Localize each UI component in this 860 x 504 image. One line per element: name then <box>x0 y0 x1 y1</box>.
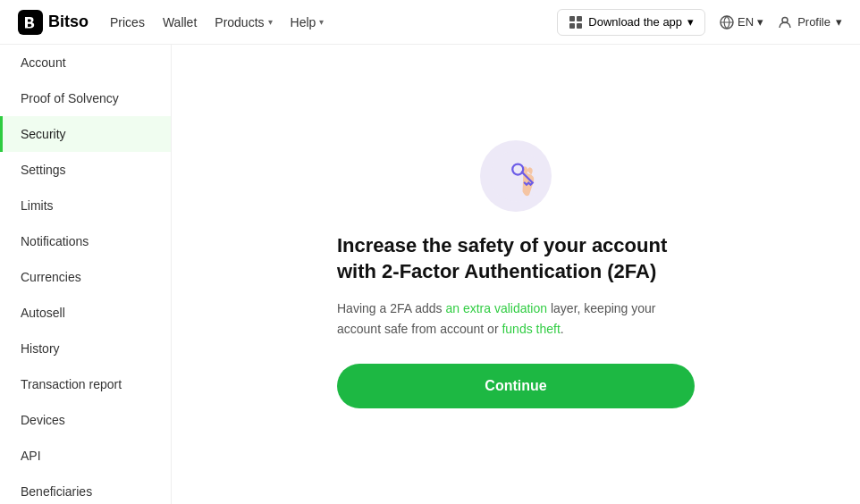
logo-icon <box>18 10 43 35</box>
security-description: Having a 2FA adds an extra validation la… <box>337 298 695 339</box>
logo[interactable]: Bitso <box>18 10 89 35</box>
header: Bitso Prices Wallet Products ▾ Help ▾ Do… <box>0 0 860 45</box>
sidebar-item-autosell[interactable]: Autosell <box>0 295 171 331</box>
svg-rect-2 <box>577 16 582 21</box>
nav-products[interactable]: Products ▾ <box>215 15 272 29</box>
security-svg <box>489 149 543 203</box>
sidebar-item-notifications[interactable]: Notifications <box>0 223 171 259</box>
nav-prices[interactable]: Prices <box>110 15 145 29</box>
sidebar-item-currencies[interactable]: Currencies <box>0 259 171 295</box>
profile-icon <box>778 15 792 29</box>
download-app-button[interactable]: Download the app ▾ <box>557 9 705 36</box>
sidebar-item-limits[interactable]: Limits <box>0 188 171 223</box>
layout: Account Proof of Solvency Security Setti… <box>0 45 860 504</box>
main-content: Increase the safety of your account with… <box>172 45 860 504</box>
sidebar-item-proof-of-solvency[interactable]: Proof of Solvency <box>0 80 171 116</box>
download-chevron-icon: ▾ <box>687 15 694 29</box>
language-chevron-icon: ▾ <box>757 15 763 29</box>
security-illustration <box>480 140 552 212</box>
nav-help[interactable]: Help ▾ <box>291 15 325 29</box>
sidebar-item-settings[interactable]: Settings <box>0 152 171 188</box>
svg-point-7 <box>491 151 542 202</box>
globe-icon <box>720 15 734 29</box>
extra-validation-link[interactable]: an extra validation <box>445 301 547 315</box>
svg-rect-3 <box>569 23 575 29</box>
main-nav: Prices Wallet Products ▾ Help ▾ <box>110 15 535 29</box>
products-chevron-icon: ▾ <box>268 17 273 27</box>
sidebar-item-history[interactable]: History <box>0 331 171 366</box>
header-right: Download the app ▾ EN ▾ Profile ▾ <box>557 9 842 36</box>
sidebar-item-security[interactable]: Security <box>0 116 171 152</box>
sidebar-item-account[interactable]: Account <box>0 45 171 80</box>
svg-rect-4 <box>577 23 582 29</box>
language-selector[interactable]: EN ▾ <box>720 15 763 29</box>
sidebar-item-api[interactable]: API <box>0 438 171 474</box>
sidebar: Account Proof of Solvency Security Setti… <box>0 45 172 504</box>
svg-rect-1 <box>569 16 575 21</box>
sidebar-item-beneficiaries[interactable]: Beneficiaries <box>0 474 171 504</box>
profile-chevron-icon: ▾ <box>836 15 842 29</box>
security-2fa-card: Increase the safety of your account with… <box>337 140 695 408</box>
funds-theft-link[interactable]: funds theft <box>502 322 560 336</box>
profile-button[interactable]: Profile ▾ <box>778 15 842 29</box>
security-title: Increase the safety of your account with… <box>337 233 695 284</box>
sidebar-item-devices[interactable]: Devices <box>0 402 171 438</box>
nav-wallet[interactable]: Wallet <box>163 15 197 29</box>
help-chevron-icon: ▾ <box>319 17 324 27</box>
continue-button[interactable]: Continue <box>337 364 695 408</box>
sidebar-item-transaction-report[interactable]: Transaction report <box>0 366 171 402</box>
download-app-icon <box>569 15 583 29</box>
logo-text: Bitso <box>48 13 89 31</box>
